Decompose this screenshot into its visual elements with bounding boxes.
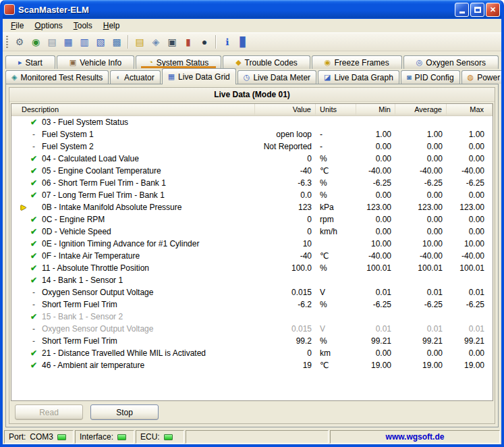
row-description: 11 - Absolute Throttle Position bbox=[42, 262, 149, 274]
table-row[interactable]: ✔46 - Ambient air temperature 19 ℃ 19.00… bbox=[11, 359, 493, 371]
column-header-value[interactable]: Value bbox=[255, 104, 316, 115]
check-icon: ✔ bbox=[29, 165, 38, 177]
live-data-panel: Live Data (Mode 01) Description Value Un… bbox=[9, 87, 495, 424]
toolbar-grip[interactable] bbox=[6, 36, 8, 48]
tab-monitored-test-results[interactable]: ◈ Monitored Test Results bbox=[5, 70, 109, 84]
tab-live-data-graph[interactable]: ◪ Live Data Graph bbox=[318, 70, 399, 84]
row-value: 0 bbox=[255, 153, 316, 165]
minimize-button[interactable] bbox=[455, 3, 469, 17]
row-description: 0B - Intake Manifold Absolute Pressure bbox=[42, 201, 181, 213]
row-value: 99.2 bbox=[255, 335, 316, 347]
tab-trouble-codes[interactable]: ◆ Trouble Codes bbox=[223, 55, 310, 69]
menu-help[interactable]: Help bbox=[98, 20, 125, 32]
window-controls: ✕ bbox=[455, 3, 500, 17]
table-row[interactable]: -Oxygen Sensor Output Voltage 0.015 V 0.… bbox=[11, 286, 493, 298]
menu-tools[interactable]: Tools bbox=[68, 20, 98, 32]
column-header-average[interactable]: Average bbox=[395, 104, 447, 115]
table-row[interactable]: ✔21 - Distance Travelled While MIL is Ac… bbox=[11, 347, 493, 359]
tab-system-status[interactable]: ◔ System Status bbox=[136, 55, 221, 69]
row-average: 0.00 bbox=[395, 153, 447, 165]
check-icon: ✔ bbox=[29, 359, 38, 371]
column-header-min[interactable]: Min bbox=[356, 104, 395, 115]
dash-icon: - bbox=[29, 335, 38, 347]
row-max: 0.00 bbox=[447, 347, 493, 359]
row-units: % bbox=[316, 335, 356, 347]
column-header-description[interactable]: Description bbox=[11, 104, 255, 115]
tab-actuator[interactable]: ◐ Actuator bbox=[110, 70, 160, 84]
dash-icon: - bbox=[29, 128, 38, 140]
tab-live-data-grid[interactable]: ▦ Live Data Grid bbox=[162, 68, 236, 84]
table-row[interactable]: ✔11 - Absolute Throttle Position 100.0 %… bbox=[11, 262, 493, 274]
grid-header: Description Value Units Min Average Max bbox=[11, 104, 493, 116]
tab-pid-config[interactable]: ◙ PID Config bbox=[401, 70, 460, 84]
check-icon: ✔ bbox=[29, 311, 38, 323]
tab-vehicle-info[interactable]: ▣ Vehicle Info bbox=[57, 55, 134, 69]
row-average: 19.00 bbox=[395, 359, 447, 371]
table-row[interactable]: ✔0C - Engine RPM 0 rpm 0.00 0.00 0.00 bbox=[11, 213, 493, 226]
port-label: Port: bbox=[9, 432, 26, 442]
monitor-button[interactable]: ▣ bbox=[164, 34, 180, 50]
table-row[interactable]: -Fuel System 1 open loop - 1.00 1.00 1.0… bbox=[11, 128, 493, 140]
table-row[interactable]: ✔03 - Fuel System Status bbox=[11, 116, 493, 128]
tab-start[interactable]: ▸ Start bbox=[5, 55, 55, 69]
table-row[interactable]: ✔0E - Ignition Timing Advance for #1 Cyl… bbox=[11, 238, 493, 250]
column-header-max[interactable]: Max bbox=[447, 104, 493, 115]
tab-freeze-frames[interactable]: ◉ Freeze Frames bbox=[312, 55, 402, 69]
table-row[interactable]: ✔14 - Bank 1 - Sensor 1 bbox=[11, 274, 493, 286]
table-row[interactable]: -Oxygen Sensor Output Voltage 0.015 V 0.… bbox=[11, 323, 493, 335]
globe-button[interactable]: ◉ bbox=[28, 34, 44, 50]
row-value: 100.0 bbox=[255, 262, 316, 274]
statusbar-port-section: Port: COM3 bbox=[4, 430, 74, 444]
table-row[interactable]: ►0B - Intake Manifold Absolute Pressure … bbox=[11, 201, 493, 213]
row-max: 1.00 bbox=[447, 128, 493, 140]
port-status-led bbox=[57, 434, 66, 440]
check-icon: ✔ bbox=[29, 226, 38, 238]
trouble-codes-button[interactable]: ▤ bbox=[132, 34, 148, 50]
menu-options[interactable]: Options bbox=[29, 20, 67, 32]
row-units: - bbox=[316, 140, 356, 153]
check-icon: ✔ bbox=[29, 347, 38, 359]
tab-live-data-meter[interactable]: ◷ Live Data Meter bbox=[237, 70, 316, 84]
stop-button[interactable]: Stop bbox=[90, 404, 159, 420]
row-average: 1.00 bbox=[395, 128, 447, 140]
interface-tools-button[interactable]: ⚙ bbox=[11, 34, 28, 50]
row-average: 0.00 bbox=[395, 189, 447, 201]
thermometer-button[interactable]: ▮ bbox=[180, 34, 196, 50]
close-button[interactable]: ✕ bbox=[486, 3, 500, 17]
row-min: 0.00 bbox=[356, 140, 395, 153]
row-min: 0.00 bbox=[356, 226, 395, 238]
column-header-units[interactable]: Units bbox=[316, 104, 356, 115]
statistics-button[interactable]: ▊ bbox=[235, 34, 252, 50]
table-row[interactable]: ✔0F - Intake Air Temperature -40 ℃ -40.0… bbox=[11, 250, 493, 262]
table-row[interactable]: -Short Term Fuel Trim -6.2 % -6.25 -6.25… bbox=[11, 298, 493, 311]
table-row[interactable]: ✔15 - Bank 1 - Sensor 2 bbox=[11, 311, 493, 323]
live-data-graph-button[interactable]: ▧ bbox=[92, 34, 109, 50]
tab-power[interactable]: ◍ Power bbox=[461, 70, 504, 84]
read-button[interactable]: Read bbox=[15, 404, 83, 420]
maximize-button[interactable] bbox=[470, 3, 484, 17]
table-row[interactable]: ✔05 - Engine Coolant Temperature -40 ℃ -… bbox=[11, 165, 493, 177]
live-data-meter-button[interactable]: ▥ bbox=[76, 34, 92, 50]
table-row[interactable]: -Fuel System 2 Not Reported - 0.00 0.00 … bbox=[11, 140, 493, 153]
live-data-grid-button[interactable]: ▦ bbox=[60, 34, 76, 50]
tab-oxygen-sensors[interactable]: ◎ Oxygen Sensors bbox=[403, 55, 499, 69]
row-average: 100.01 bbox=[395, 262, 447, 274]
table-row[interactable]: ✔06 - Short Term Fuel Trim - Bank 1 -6.3… bbox=[11, 177, 493, 189]
table-row[interactable]: ✔0D - Vehicle Speed 0 km/h 0.00 0.00 0.0… bbox=[11, 226, 493, 238]
oxygen-sensor-button[interactable]: ● bbox=[196, 34, 213, 50]
row-units bbox=[316, 116, 356, 128]
row-average: 123.00 bbox=[395, 201, 447, 213]
row-min: -40.00 bbox=[356, 250, 395, 262]
freeze-frames-button[interactable]: ◈ bbox=[148, 34, 164, 50]
menu-file[interactable]: File bbox=[5, 20, 29, 32]
row-value: 0.015 bbox=[255, 323, 316, 335]
pid-config-button[interactable]: ▩ bbox=[109, 34, 125, 50]
table-row[interactable]: -Short Term Fuel Trim 99.2 % 99.21 99.21… bbox=[11, 335, 493, 347]
statistics-icon: ▊ bbox=[240, 37, 248, 47]
table-row[interactable]: ✔07 - Long Term Fuel Trim - Bank 1 0.0 %… bbox=[11, 189, 493, 201]
vehicle-info-button[interactable]: ▤ bbox=[44, 34, 60, 50]
table-row[interactable]: ✔04 - Calculated Load Value 0 % 0.00 0.0… bbox=[11, 153, 493, 165]
website-link[interactable]: www.wgsoft.de bbox=[386, 432, 445, 442]
info-button[interactable]: ℹ bbox=[219, 34, 235, 50]
row-min bbox=[356, 274, 395, 286]
